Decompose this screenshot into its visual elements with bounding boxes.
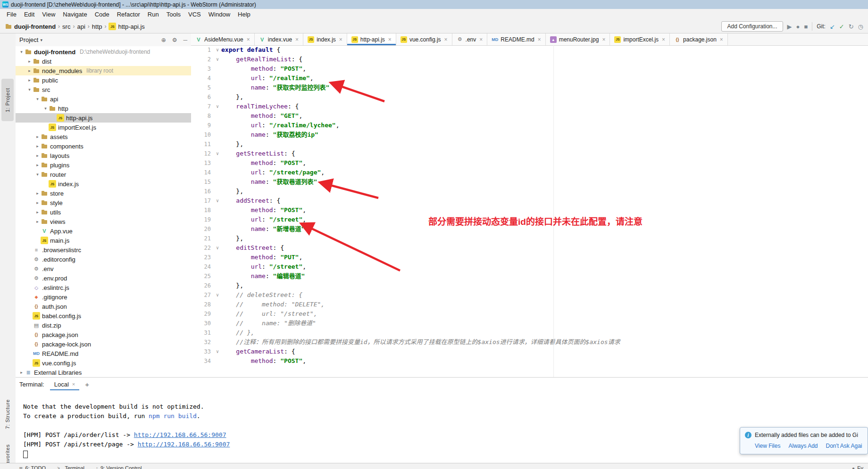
close-icon[interactable]: × xyxy=(720,36,723,43)
tab-AsideMenu.vue[interactable]: VAsideMenu.vue× xyxy=(191,33,255,45)
notification-action-don-t-ask-agai[interactable]: Don't Ask Agai xyxy=(826,443,862,449)
project-panel-title[interactable]: Project xyxy=(19,36,38,43)
close-icon[interactable]: × xyxy=(388,36,392,43)
hide-panel-icon[interactable]: ─ xyxy=(183,37,187,43)
tab-importExcel.js[interactable]: JSimportExcel.js× xyxy=(610,33,670,45)
tab-index.js[interactable]: JSindex.js× xyxy=(303,33,347,45)
tree-item-.gitignore[interactable]: ◆.gitignore xyxy=(16,292,191,302)
debug-icon[interactable]: ● xyxy=(796,23,800,30)
fold-icon[interactable]: ∨ xyxy=(216,102,219,111)
close-icon[interactable]: × xyxy=(339,36,342,43)
tab-README.md[interactable]: MDREADME.md× xyxy=(487,33,545,45)
tree-item-package.json[interactable]: {}package.json xyxy=(16,330,191,339)
tree-item-style[interactable]: ▸style xyxy=(16,198,191,207)
fold-icon[interactable]: ∨ xyxy=(216,149,219,158)
status-terminal[interactable]: >_Terminal xyxy=(57,463,84,469)
tree-item-auth.json[interactable]: {}auth.json xyxy=(16,302,191,311)
tree-item-utils[interactable]: ▸utils xyxy=(16,207,191,217)
fold-icon[interactable]: ∨ xyxy=(216,45,219,55)
tree-item-layouts[interactable]: ▸layouts xyxy=(16,151,191,160)
locate-file-icon[interactable]: ⊕ xyxy=(161,37,166,43)
status-6-todo[interactable]: ≣6: TODO xyxy=(19,463,46,469)
tree-item-public[interactable]: ▸public xyxy=(16,75,191,85)
close-icon[interactable]: × xyxy=(662,36,665,43)
stop-icon[interactable]: ■ xyxy=(804,23,808,30)
tree-item-.env[interactable]: ⚙.env xyxy=(16,264,191,273)
tree-item-index.js[interactable]: JSindex.js xyxy=(16,179,191,189)
fold-icon[interactable]: ∨ xyxy=(216,347,219,356)
tree-item-babel.config.js[interactable]: JSbabel.config.js xyxy=(16,311,191,321)
breadcrumb-item[interactable]: http xyxy=(92,23,102,30)
add-configuration-button[interactable]: Add Configuration... xyxy=(721,21,783,32)
close-icon[interactable]: × xyxy=(295,36,299,43)
status-9-version-control[interactable]: ↕9: Version Control xyxy=(96,463,142,469)
settings-gear-icon[interactable]: ⚙ xyxy=(172,37,177,43)
code-area[interactable]: 1∨export default {2∨ getRealTimeList: {3… xyxy=(191,45,868,377)
tree-item-vue.config.js[interactable]: JSvue.config.js xyxy=(16,358,191,368)
breadcrumb-item[interactable]: duoji-frontend xyxy=(5,23,56,30)
close-icon[interactable]: × xyxy=(538,36,541,43)
menu-vcs[interactable]: VCS xyxy=(184,9,205,19)
tree-item-plugins[interactable]: ▸plugins xyxy=(16,160,191,170)
tree-item-README.md[interactable]: MDREADME.md xyxy=(16,349,191,358)
notification-action-always-add[interactable]: Always Add xyxy=(788,443,818,449)
tree-item-http[interactable]: ▾http xyxy=(16,104,191,113)
tree-item-importExcel.js[interactable]: JSimportExcel.js xyxy=(16,123,191,132)
tree-item-main.js[interactable]: JSmain.js xyxy=(16,236,191,245)
terminal-link[interactable]: http://192.168.66.56:9007 xyxy=(138,441,230,448)
tree-item-components[interactable]: ▸components xyxy=(16,141,191,151)
tree-item-assets[interactable]: ▸assets xyxy=(16,132,191,141)
tree-item-store[interactable]: ▸store xyxy=(16,189,191,198)
close-icon[interactable]: × xyxy=(602,36,605,43)
tool-stripe-structure[interactable]: 7: Structure xyxy=(1,395,14,434)
tab-.env[interactable]: ⚙.env× xyxy=(452,33,488,45)
fold-icon[interactable]: ∨ xyxy=(216,290,219,300)
git-update-icon[interactable]: ↙ xyxy=(830,23,835,30)
tree-item-.env.prod[interactable]: ⚙.env.prod xyxy=(16,273,191,283)
tree-item-node_modules[interactable]: ▸node_moduleslibrary root xyxy=(16,66,191,75)
notification-action-view-files[interactable]: View Files xyxy=(755,443,780,449)
git-commit-icon[interactable]: ✓ xyxy=(839,23,844,30)
close-icon[interactable]: × xyxy=(479,36,483,43)
fold-icon[interactable]: ∨ xyxy=(216,243,219,253)
new-terminal-icon[interactable]: + xyxy=(85,380,89,388)
tab-index.vue[interactable]: Vindex.vue× xyxy=(255,33,303,45)
tab-http-api.js[interactable]: JShttp-api.js× xyxy=(347,33,396,45)
tool-stripe-project[interactable]: 1: Project xyxy=(1,79,14,121)
close-icon[interactable]: × xyxy=(444,36,448,43)
menu-edit[interactable]: Edit xyxy=(20,9,38,19)
chevron-down-icon[interactable]: ▾ xyxy=(40,38,42,42)
close-icon[interactable]: × xyxy=(72,381,75,387)
terminal-tab-local[interactable]: Local × xyxy=(50,379,80,390)
git-rollback-icon[interactable]: ↻ xyxy=(849,23,854,30)
tree-item-http-api.js[interactable]: JShttp-api.js xyxy=(16,113,191,123)
tree-item-App.vue[interactable]: VApp.vue xyxy=(16,226,191,236)
status-ev[interactable]: ●Ev xyxy=(852,463,863,469)
menu-code[interactable]: Code xyxy=(91,9,113,19)
tree-item-.browserslistrc[interactable]: ≡.browserslistrc xyxy=(16,245,191,255)
tree-item-.eslintrc.js[interactable]: ◇.eslintrc.js xyxy=(16,283,191,292)
tree-item-.editorconfig[interactable]: ⚙.editorconfig xyxy=(16,255,191,264)
tree-item-dist[interactable]: ▸dist xyxy=(16,57,191,66)
tab-package.json[interactable]: {}package.json× xyxy=(670,33,728,45)
tab-vue.config.js[interactable]: JSvue.config.js× xyxy=(396,33,452,45)
menu-file[interactable]: File xyxy=(3,9,20,19)
tree-item-src[interactable]: ▾src xyxy=(16,85,191,94)
tree-item-duoji-frontend[interactable]: ▾duoji-frontendD:\zheheWeb\duoji-fronten… xyxy=(16,47,191,57)
tree-item-router[interactable]: ▾router xyxy=(16,170,191,179)
menu-navigate[interactable]: Navigate xyxy=(59,9,91,19)
menu-refactor[interactable]: Refactor xyxy=(113,9,144,19)
run-icon[interactable]: ▶ xyxy=(787,23,792,30)
breadcrumb-item[interactable]: JShttp-api.js xyxy=(108,23,144,30)
fold-icon[interactable]: ∨ xyxy=(216,196,219,206)
tree-item-dist.zip[interactable]: ▤dist.zip xyxy=(16,321,191,330)
menu-run[interactable]: Run xyxy=(144,9,163,19)
tree-item-views[interactable]: ▸views xyxy=(16,217,191,226)
tab-menuRouter.jpg[interactable]: ▴menuRouter.jpg× xyxy=(546,33,610,45)
tree-item-External Libraries[interactable]: ▸≣External Libraries xyxy=(16,368,191,377)
tree-item-api[interactable]: ▾api xyxy=(16,94,191,104)
breadcrumb-item[interactable]: api xyxy=(77,23,85,30)
menu-tools[interactable]: Tools xyxy=(163,9,184,19)
git-history-clock-icon[interactable]: ◷ xyxy=(858,23,863,30)
menu-help[interactable]: Help xyxy=(234,9,254,19)
